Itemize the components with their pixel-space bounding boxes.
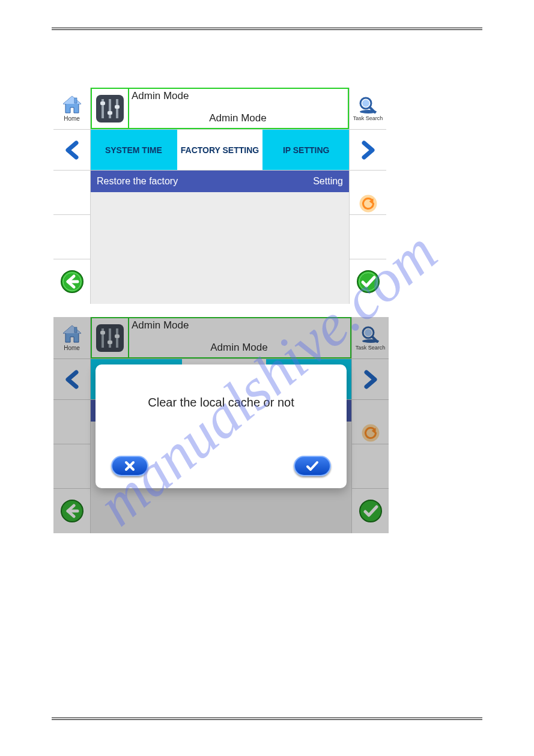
screenshot-admin-mode: Home Admin Mode Admin Mode	[53, 87, 387, 304]
task-search-button[interactable]: Task Search	[351, 317, 389, 358]
svg-point-33	[365, 329, 372, 336]
chevron-left-icon	[64, 141, 80, 160]
refresh-button[interactable]	[358, 193, 378, 214]
svg-rect-9	[115, 105, 120, 109]
home-label: Home	[64, 115, 80, 122]
dialog-cancel-button[interactable]	[111, 456, 148, 476]
tabs-prev[interactable]	[53, 359, 91, 399]
svg-rect-26	[109, 328, 111, 348]
svg-marker-22	[63, 325, 81, 333]
svg-rect-23	[74, 327, 77, 333]
home-label: Home	[64, 345, 80, 351]
svg-marker-1	[63, 96, 81, 104]
dialog-confirm-button[interactable]	[294, 456, 331, 476]
chevron-right-icon	[360, 141, 376, 160]
back-button[interactable]	[60, 270, 84, 294]
task-search-button[interactable]: Task Search	[349, 88, 386, 129]
admin-sliders-icon	[92, 318, 129, 357]
svg-point-39	[360, 500, 381, 522]
svg-point-19	[357, 271, 379, 292]
close-icon	[124, 460, 136, 472]
back-button[interactable]	[60, 499, 84, 523]
header-title-small: Admin Mode	[132, 90, 344, 102]
home-button[interactable]: Home	[53, 88, 91, 129]
admin-sliders-icon	[92, 89, 129, 128]
search-icon	[360, 325, 381, 343]
chevron-right-icon	[363, 370, 378, 389]
confirm-button[interactable]	[356, 270, 380, 294]
svg-rect-2	[74, 98, 77, 103]
header-title-small: Admin Mode	[132, 319, 347, 331]
restore-factory-label: Restore the factory	[97, 176, 178, 187]
check-icon	[306, 460, 319, 472]
svg-rect-30	[115, 334, 120, 338]
task-search-label: Task Search	[353, 115, 383, 121]
tab-ip-setting[interactable]: IP SETTING	[263, 130, 349, 170]
search-icon	[358, 96, 378, 114]
task-search-label: Task Search	[356, 345, 386, 351]
clear-cache-dialog: Clear the local cache or not	[96, 364, 347, 488]
chevron-left-icon	[64, 370, 80, 389]
tabs-prev[interactable]	[53, 130, 91, 170]
page-bottom-rule	[52, 718, 482, 720]
tab-factory-setting[interactable]: FACTORY SETTING	[177, 130, 264, 170]
tabs-next[interactable]	[349, 130, 386, 170]
svg-rect-5	[109, 99, 111, 118]
svg-point-37	[362, 424, 379, 441]
header-title-main: Admin Mode	[132, 342, 347, 354]
home-icon	[61, 324, 83, 343]
svg-rect-28	[100, 331, 105, 334]
page-top-rule	[52, 28, 482, 30]
confirm-button[interactable]	[359, 499, 383, 523]
home-button[interactable]: Home	[53, 317, 91, 358]
tab-system-time[interactable]: SYSTEM TIME	[91, 130, 177, 170]
dialog-message: Clear the local cache or not	[110, 396, 332, 456]
svg-point-17	[359, 195, 377, 212]
tabs-next[interactable]	[351, 359, 389, 399]
svg-rect-8	[108, 111, 112, 115]
svg-rect-29	[108, 340, 112, 344]
restore-factory-row[interactable]: Restore the factory Setting	[91, 171, 349, 192]
restore-factory-action: Setting	[313, 176, 343, 187]
svg-rect-7	[100, 101, 105, 105]
refresh-button[interactable]	[360, 423, 381, 443]
screenshot-admin-mode-dialog: Home Admin Mode Admin Mode	[53, 316, 389, 534]
home-icon	[61, 95, 83, 114]
svg-point-12	[362, 100, 369, 107]
header-title-main: Admin Mode	[132, 112, 344, 124]
